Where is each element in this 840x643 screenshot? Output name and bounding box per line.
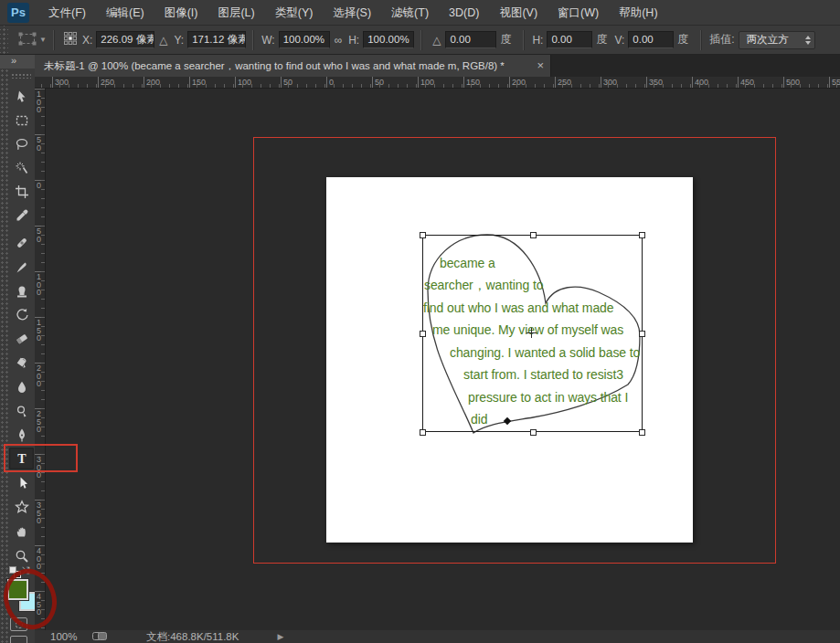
- status-bar: 100% 文档:468.8K/511.8K ▶: [35, 630, 840, 643]
- eraser-tool[interactable]: [9, 328, 34, 350]
- w-label: W:: [261, 34, 274, 47]
- vskew-field[interactable]: 0.00: [628, 31, 674, 48]
- path-selection-tool[interactable]: [9, 472, 34, 494]
- menu-item[interactable]: 编辑(E): [96, 0, 154, 26]
- menu-item[interactable]: 类型(Y): [265, 0, 324, 26]
- screen-mode-button[interactable]: [10, 636, 27, 643]
- ruler-major-tick: [372, 77, 373, 89]
- ruler-major-tick: [555, 77, 556, 89]
- blur-tool-icon: [15, 380, 29, 395]
- ruler-label: 500: [786, 78, 800, 87]
- move-tool[interactable]: [9, 86, 34, 108]
- ruler-label: 250: [37, 410, 45, 434]
- menu-item[interactable]: 图像(I): [154, 0, 208, 26]
- x-label: X:: [82, 34, 92, 47]
- hskew-field[interactable]: 0.00: [547, 31, 592, 48]
- close-icon[interactable]: ×: [537, 58, 544, 72]
- menu-item[interactable]: 帮助(H): [609, 0, 667, 26]
- ruler-label: 150: [192, 78, 206, 87]
- clone-stamp-tool[interactable]: [9, 280, 34, 302]
- move-tool-icon: [15, 90, 29, 104]
- dock-grip[interactable]: [0, 55, 8, 643]
- brush-tool[interactable]: [9, 257, 34, 279]
- menu-items: 文件(F)编辑(E)图像(I)图层(L)类型(Y)选择(S)滤镜(T)3D(D)…: [38, 0, 668, 26]
- custom-shape-tool[interactable]: [9, 496, 34, 518]
- menu-item[interactable]: 3D(D): [439, 0, 489, 26]
- collapse-panel-button[interactable]: »: [0, 55, 35, 69]
- reference-point-locator[interactable]: [64, 32, 77, 47]
- chevron-down-icon[interactable]: ▼: [39, 36, 47, 44]
- ruler-label: 400: [695, 78, 708, 87]
- menu-item[interactable]: 选择(S): [323, 0, 381, 26]
- ruler-major-tick: [235, 77, 236, 89]
- separator: [53, 30, 54, 50]
- menu-item[interactable]: 滤镜(T): [381, 0, 439, 26]
- toolbar-grip[interactable]: [11, 73, 31, 79]
- vertical-ruler[interactable]: 10050050100150200250300350400450500: [35, 89, 46, 630]
- pen-tool[interactable]: [9, 424, 34, 446]
- history-brush-tool[interactable]: [9, 304, 34, 326]
- spot-healing-brush-tool-icon: [15, 236, 29, 250]
- interpolation-value: 两次立方: [747, 33, 789, 47]
- ruler-label: 350: [37, 501, 45, 525]
- zoom-tool-icon: [15, 549, 29, 564]
- ruler-label: 200: [146, 78, 160, 87]
- brush-tool-icon: [15, 260, 29, 275]
- ruler-major-tick: [326, 77, 327, 89]
- y-position-field[interactable]: 171.12 像素: [187, 31, 246, 48]
- ruler-label: 50: [375, 78, 384, 87]
- h-label: H:: [348, 34, 359, 47]
- ruler-label: 250: [101, 78, 114, 87]
- ruler-label: 550: [832, 78, 840, 87]
- lasso-tool[interactable]: [9, 133, 34, 155]
- crop-tool[interactable]: [9, 181, 34, 203]
- separator: [523, 30, 524, 50]
- ruler-label: 300: [55, 78, 69, 87]
- y-label: Y:: [175, 34, 185, 47]
- interpolation-dropdown[interactable]: 两次立方: [739, 31, 815, 49]
- document-size-info[interactable]: 文档:468.8K/511.8K: [146, 630, 239, 643]
- path-selection-tool-icon: [15, 476, 29, 490]
- eyedropper-tool[interactable]: [9, 205, 34, 227]
- options-bar: ▼ X: 226.09 像素 △ Y: 171.12 像素 W: 100.00%…: [0, 26, 840, 55]
- height-field[interactable]: 100.00%: [363, 31, 414, 48]
- canvas-pasteboard[interactable]: became asearcher，wanting tofind out who …: [46, 89, 840, 630]
- ruler-major-tick: [52, 77, 53, 89]
- clone-stamp-tool-icon: [15, 284, 29, 299]
- magic-wand-tool[interactable]: [9, 157, 34, 179]
- custom-shape-tool-icon: [15, 500, 29, 514]
- ruler-major-tick: [692, 77, 693, 89]
- menu-item[interactable]: 文件(F): [38, 0, 96, 26]
- dodge-tool[interactable]: [9, 400, 34, 422]
- hand-tool[interactable]: [9, 521, 34, 543]
- blur-tool[interactable]: [9, 376, 34, 398]
- transform-bounds-icon: [17, 32, 37, 48]
- ruler-label: 50: [283, 78, 292, 87]
- link-dimensions-icon[interactable]: ∞: [335, 34, 343, 47]
- ruler-label: 100: [420, 78, 434, 87]
- document-tab[interactable]: 未标题-1 @ 100% (became a searcher，wanting …: [35, 55, 551, 77]
- menu-item[interactable]: 视图(V): [489, 0, 548, 26]
- separator: [420, 30, 421, 50]
- rotate-field[interactable]: 0.00: [445, 31, 496, 48]
- magic-wand-tool-icon: [15, 161, 29, 175]
- ruler-label: 350: [649, 78, 663, 87]
- menu-item[interactable]: 图层(L): [207, 0, 264, 26]
- spot-healing-brush-tool[interactable]: [9, 232, 34, 254]
- status-icon: [92, 631, 108, 643]
- ruler-major-tick: [783, 77, 784, 89]
- eyedropper-tool-icon: [15, 208, 29, 223]
- annotation-red-circle-swatches: [1, 564, 59, 634]
- status-expand-icon[interactable]: ▶: [277, 632, 283, 641]
- width-field[interactable]: 100.00%: [279, 31, 330, 48]
- x-position-field[interactable]: 226.09 像素: [96, 31, 154, 48]
- menu-item[interactable]: 窗口(W): [548, 0, 609, 26]
- ruler-major-tick: [646, 77, 647, 89]
- ruler-label: 50: [37, 136, 45, 152]
- rectangular-marquee-tool[interactable]: [9, 110, 34, 132]
- ruler-label: 0: [37, 182, 45, 190]
- options-grip: [0, 26, 8, 54]
- horizontal-ruler[interactable]: 3002502001501005005010015020025030035040…: [35, 77, 840, 89]
- paint-bucket-tool[interactable]: [9, 352, 34, 374]
- relative-position-delta-icon[interactable]: △: [159, 34, 167, 47]
